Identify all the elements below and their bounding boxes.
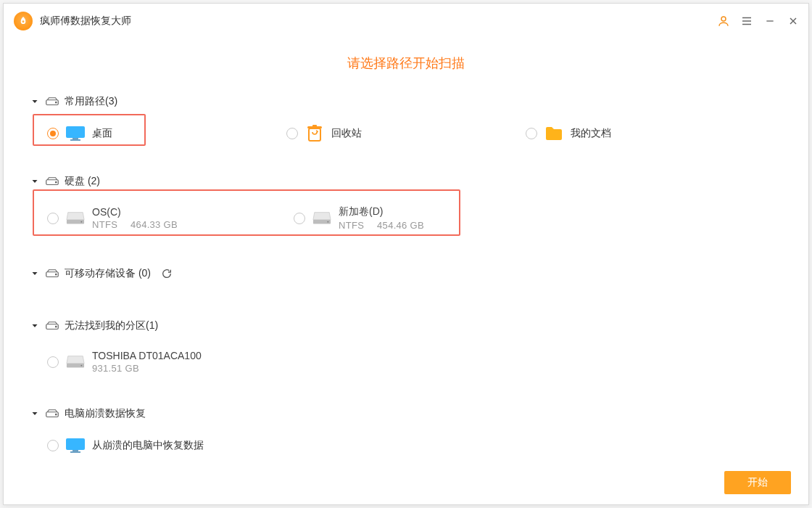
drive-icon <box>46 269 59 279</box>
section-crash-label: 电脑崩溃数据恢复 <box>65 407 146 420</box>
disk-c[interactable]: OS(C) NTFS 464.33 GB <box>40 200 286 237</box>
section-crash-header[interactable]: 电脑崩溃数据恢复 <box>30 400 778 427</box>
user-icon[interactable] <box>717 15 730 28</box>
path-desktop[interactable]: 桌面 <box>40 120 279 147</box>
svg-point-19 <box>80 221 82 222</box>
svg-point-25 <box>56 326 57 327</box>
disk-d[interactable]: 新加卷(D) NTFS 454.46 GB <box>286 200 504 237</box>
chevron-down-icon <box>30 269 40 279</box>
radio-crash-recover[interactable] <box>47 440 59 451</box>
radio-mydocs[interactable] <box>526 128 537 139</box>
drive-icon <box>46 409 59 419</box>
chevron-down-icon <box>30 321 40 331</box>
radio-disk-d[interactable] <box>294 213 305 224</box>
disk-c-fs: NTFS <box>92 219 117 230</box>
section-common-header[interactable]: 常用路径(3) <box>30 88 778 115</box>
refresh-icon[interactable] <box>161 268 173 279</box>
svg-rect-11 <box>72 138 78 139</box>
titlebar: 疯师傅数据恢复大师 <box>4 4 808 38</box>
drive-icon <box>46 176 59 187</box>
svg-point-1 <box>721 17 726 21</box>
path-recycle-label: 回收站 <box>331 127 362 140</box>
radio-lost-toshiba[interactable] <box>47 356 59 368</box>
monitor-icon <box>66 126 85 142</box>
section-removable: 可移动存储设备 (0) <box>30 260 778 305</box>
path-mydocs-label: 我的文档 <box>571 127 611 140</box>
radio-recycle[interactable] <box>286 128 298 139</box>
section-common-label: 常用路径(3) <box>65 95 117 108</box>
svg-rect-31 <box>72 450 78 451</box>
lost-toshiba-name: TOSHIBA DT01ACA100 <box>92 350 202 361</box>
lost-toshiba[interactable]: TOSHIBA DT01ACA100 931.51 GB <box>40 344 279 380</box>
svg-point-9 <box>56 102 57 103</box>
path-desktop-label: 桌面 <box>92 127 112 140</box>
radio-desktop[interactable] <box>47 128 59 139</box>
svg-point-23 <box>56 274 57 275</box>
drive-icon <box>46 97 59 107</box>
section-removable-label: 可移动存储设备 (0) <box>65 267 151 280</box>
monitor-icon <box>66 438 85 454</box>
minimize-icon[interactable] <box>763 15 776 28</box>
disk-d-name: 新加卷(D) <box>339 205 424 218</box>
section-lost-label: 无法找到我的分区(1) <box>65 319 158 332</box>
scroll-area[interactable]: 常用路径(3) 桌面 <box>30 81 782 504</box>
section-lost: 无法找到我的分区(1) TOSHIBA DT01ACA100 931.51 GB <box>30 312 778 393</box>
section-disks: 硬盘 (2) OS(C) NTFS 464.33 GB <box>30 168 778 253</box>
chevron-down-icon <box>30 409 40 419</box>
svg-rect-10 <box>66 126 85 138</box>
section-disks-label: 硬盘 (2) <box>65 175 100 188</box>
close-icon[interactable] <box>787 15 800 28</box>
chevron-down-icon <box>30 176 40 187</box>
svg-rect-15 <box>312 125 317 127</box>
disk-c-size: 464.33 GB <box>130 219 178 230</box>
footer: 开始 <box>724 471 791 494</box>
radio-disk-c[interactable] <box>47 213 59 224</box>
section-common: 常用路径(3) 桌面 <box>30 88 778 160</box>
titlebar-actions <box>717 15 800 28</box>
path-recycle[interactable]: 回收站 <box>279 120 518 147</box>
disk-c-name: OS(C) <box>92 206 178 218</box>
start-button[interactable]: 开始 <box>724 471 791 494</box>
menu-icon[interactable] <box>740 15 753 28</box>
app-window: 疯师傅数据恢复大师 请选择路径开始扫描 <box>3 3 809 505</box>
folder-icon <box>544 126 563 142</box>
app-logo-icon <box>14 12 33 30</box>
hdd-icon <box>312 210 331 226</box>
trash-icon <box>305 126 324 142</box>
section-disks-header[interactable]: 硬盘 (2) <box>30 168 778 195</box>
path-mydocs[interactable]: 我的文档 <box>518 120 758 147</box>
svg-point-0 <box>22 20 25 22</box>
svg-point-29 <box>56 414 57 415</box>
disk-d-fs: NTFS <box>339 220 364 231</box>
svg-rect-32 <box>70 451 80 453</box>
page-heading: 请选择路径开始扫描 <box>4 38 808 81</box>
hdd-icon <box>66 210 85 226</box>
svg-point-21 <box>327 221 328 222</box>
svg-point-27 <box>80 364 82 366</box>
crash-recover-label: 从崩溃的电脑中恢复数据 <box>92 439 204 452</box>
svg-rect-12 <box>70 139 80 141</box>
crash-recover[interactable]: 从崩溃的电脑中恢复数据 <box>40 432 279 459</box>
app-title: 疯师傅数据恢复大师 <box>40 15 131 28</box>
svg-rect-30 <box>66 438 85 450</box>
drive-icon <box>46 321 59 331</box>
section-removable-header[interactable]: 可移动存储设备 (0) <box>30 260 778 287</box>
hdd-icon <box>66 354 85 370</box>
section-crash: 电脑崩溃数据恢复 从崩溃的电脑中恢复数据 <box>30 400 778 488</box>
disk-d-size: 454.46 GB <box>377 220 424 231</box>
section-lost-header[interactable]: 无法找到我的分区(1) <box>30 312 778 340</box>
chevron-down-icon <box>30 97 40 107</box>
svg-point-17 <box>56 181 57 183</box>
lost-toshiba-size: 931.51 GB <box>92 363 139 374</box>
